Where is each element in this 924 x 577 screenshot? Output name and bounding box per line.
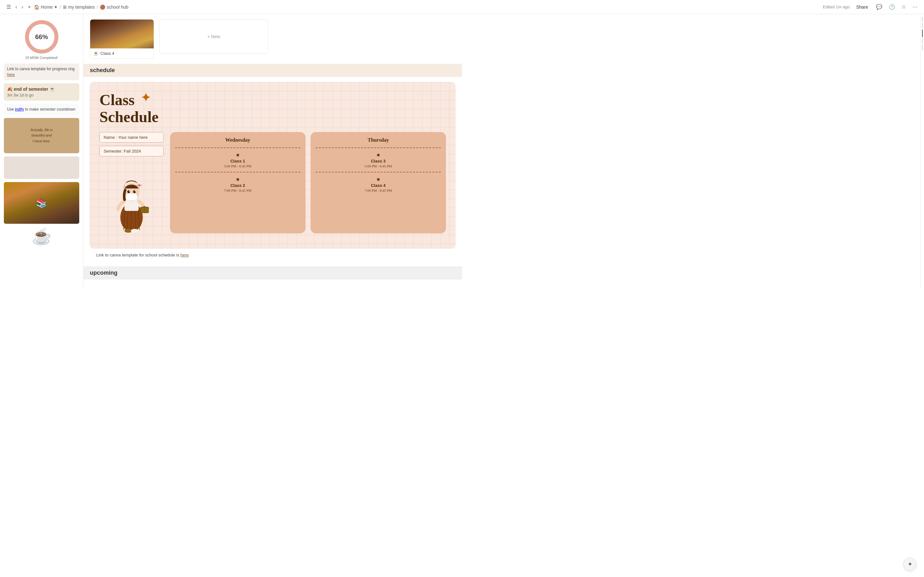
canva-link-text: Link to canva template for progress ring bbox=[7, 67, 75, 71]
canva-progress-link[interactable]: here bbox=[7, 73, 15, 77]
new-card[interactable]: + New bbox=[159, 19, 268, 54]
progress-section: 66% Of MSW Completed! bbox=[4, 19, 79, 60]
thursday-class-4: ★ Class 4 7:00 PM - 8:45 PM bbox=[316, 174, 441, 194]
canva-schedule-link: Link to canva template for school schedu… bbox=[90, 249, 456, 261]
semester-countdown: 3m 3w 1d to go bbox=[7, 93, 76, 97]
thursday-class-3: ★ Class 3 5:00 PM - 6:45 PM bbox=[316, 150, 441, 170]
svg-rect-8 bbox=[124, 200, 139, 211]
student-illustration bbox=[99, 163, 164, 234]
quote-line1: Actually, life is bbox=[31, 128, 53, 132]
class3-time: 5:00 PM - 6:45 PM bbox=[316, 164, 441, 168]
wednesday-divider-1 bbox=[175, 147, 300, 148]
bookshelf-illustration: 📚 bbox=[4, 182, 79, 224]
sparkle-icon: ✦ bbox=[54, 5, 58, 10]
class2-name: Class 2 bbox=[175, 183, 300, 188]
page-breadcrumb[interactable]: 🟤 school hub bbox=[100, 5, 128, 10]
templates-icon: ⊞ bbox=[63, 5, 67, 10]
indify-suffix: to make semester countdown bbox=[25, 107, 75, 111]
main-layout: 66% Of MSW Completed! Link to canva temp… bbox=[0, 14, 462, 288]
indify-prefix: Use bbox=[7, 107, 15, 111]
class1-star-icon: ★ bbox=[175, 152, 300, 158]
home-label: Home bbox=[41, 5, 53, 10]
schedule-graphic: Class ✦ Schedule Name : Your name here S… bbox=[90, 82, 456, 249]
canva-progress-link-box: Link to canva template for progress ring… bbox=[4, 63, 79, 80]
templates-breadcrumb[interactable]: ⊞ my templates bbox=[63, 5, 95, 10]
class4-name: Class 4 bbox=[316, 183, 441, 188]
new-card-label: New bbox=[211, 34, 220, 39]
class1-name: Class 1 bbox=[175, 159, 300, 163]
svg-point-15 bbox=[129, 190, 130, 191]
end-semester-box: 🍂 end of semester ☕ 3m 3w 1d to go bbox=[4, 83, 79, 101]
home-icon: 🏠 bbox=[34, 5, 39, 10]
sidebar-image-strip bbox=[4, 156, 79, 179]
thursday-card: Thursday ★ Class 3 5:00 PM - 6:45 PM ★ C… bbox=[310, 132, 446, 234]
content-area: ☕ Class 4 + New schedule Class ✦ bbox=[83, 14, 462, 288]
class4-star-icon: ★ bbox=[316, 176, 441, 182]
home-breadcrumb[interactable]: 🏠 Home ✦ bbox=[34, 5, 58, 10]
sidebar: 66% Of MSW Completed! Link to canva temp… bbox=[0, 14, 83, 288]
end-semester-label: end of semester ☕ bbox=[14, 87, 55, 92]
indify-box: Use indify to make semester countdown bbox=[4, 104, 79, 115]
thursday-label: Thursday bbox=[316, 137, 441, 143]
schedule-title-class: Class ✦ bbox=[99, 91, 150, 108]
wednesday-class-1: ★ Class 1 5:00 PM - 6:45 PM bbox=[175, 150, 300, 170]
teacup-container: ☕ bbox=[4, 227, 79, 245]
indify-link[interactable]: indify bbox=[15, 107, 24, 111]
class-cards-row: ☕ Class 4 + New bbox=[83, 14, 462, 64]
forward-button[interactable]: › bbox=[20, 3, 24, 11]
progress-percent: 66% bbox=[35, 33, 48, 41]
class-4-image bbox=[90, 19, 153, 48]
plus-icon: + bbox=[207, 34, 210, 39]
schedule-title-schedule: Schedule bbox=[99, 108, 158, 125]
semester-field[interactable]: Semester: Fall 2024 bbox=[99, 146, 164, 156]
teacup-icon: ☕ bbox=[32, 227, 52, 245]
nav-left: ☰ ‹ › + 🏠 Home ✦ / ⊞ my templates / 🟤 sc… bbox=[5, 3, 462, 11]
class-4-icon: ☕ bbox=[94, 51, 99, 56]
svg-point-17 bbox=[138, 184, 140, 186]
progress-subtitle: Of MSW Completed! bbox=[25, 56, 58, 60]
wednesday-class-2: ★ Class 2 7:00 PM - 8:45 PM bbox=[175, 174, 300, 194]
quote-line3: I have time. bbox=[32, 139, 51, 143]
templates-label: my templates bbox=[68, 5, 95, 10]
class3-name: Class 3 bbox=[316, 159, 441, 163]
class1-time: 5:00 PM - 6:45 PM bbox=[175, 164, 300, 168]
canva-schedule-link-text: Link to canva template for school schedu… bbox=[96, 253, 180, 258]
page-emoji-icon: 🟤 bbox=[100, 5, 105, 10]
end-semester-title: 🍂 end of semester ☕ bbox=[7, 87, 76, 92]
class-4-footer: ☕ Class 4 bbox=[90, 48, 153, 58]
svg-point-19 bbox=[131, 229, 139, 233]
autumn-leaf-icon: 🍂 bbox=[7, 87, 13, 92]
class4-time: 7:00 PM - 8:45 PM bbox=[316, 189, 441, 192]
breadcrumb: 🏠 Home ✦ / ⊞ my templates / 🟤 school hub bbox=[34, 5, 128, 10]
upcoming-title-text: upcoming bbox=[90, 269, 118, 276]
thursday-divider-1 bbox=[316, 147, 441, 148]
schedule-content: Class ✦ Schedule Name : Your name here S… bbox=[83, 77, 462, 266]
name-field[interactable]: Name : Your name here bbox=[99, 132, 164, 143]
wednesday-card: Wednesday ★ Class 1 5:00 PM - 6:45 PM ★ … bbox=[170, 132, 305, 234]
class3-star-icon: ★ bbox=[316, 152, 441, 158]
class2-star-icon: ★ bbox=[175, 176, 300, 182]
back-button[interactable]: ‹ bbox=[14, 3, 18, 11]
upcoming-header: upcoming bbox=[83, 266, 462, 279]
canva-schedule-link-anchor[interactable]: here bbox=[180, 253, 189, 258]
schedule-body: Name : Your name here Semester: Fall 202… bbox=[99, 132, 446, 234]
schedule-title-text: schedule bbox=[90, 67, 115, 73]
new-tab-button[interactable]: + bbox=[27, 3, 32, 11]
schedule-title-area: Class ✦ Schedule bbox=[99, 92, 446, 126]
quote-line2: beautiful and bbox=[31, 133, 52, 137]
hamburger-button[interactable]: ☰ bbox=[5, 3, 12, 11]
class-card-4[interactable]: ☕ Class 4 bbox=[90, 19, 154, 59]
svg-rect-12 bbox=[126, 193, 137, 200]
schedule-star-icon: ✦ bbox=[141, 92, 150, 105]
class2-time: 7:00 PM - 8:45 PM bbox=[175, 189, 300, 192]
svg-point-16 bbox=[135, 190, 136, 191]
page-label: school hub bbox=[107, 5, 128, 10]
thursday-divider-2 bbox=[316, 172, 441, 172]
class-4-label: Class 4 bbox=[100, 51, 114, 56]
schedule-header: schedule bbox=[83, 64, 462, 77]
quote-box: Actually, life is beautiful and I have t… bbox=[4, 118, 79, 153]
breadcrumb-sep-2: / bbox=[97, 5, 98, 10]
bookshelf-inner: 📚 bbox=[4, 182, 79, 224]
schedule-left: Name : Your name here Semester: Fall 202… bbox=[99, 132, 164, 234]
quote-text: Actually, life is beautiful and I have t… bbox=[31, 127, 53, 144]
